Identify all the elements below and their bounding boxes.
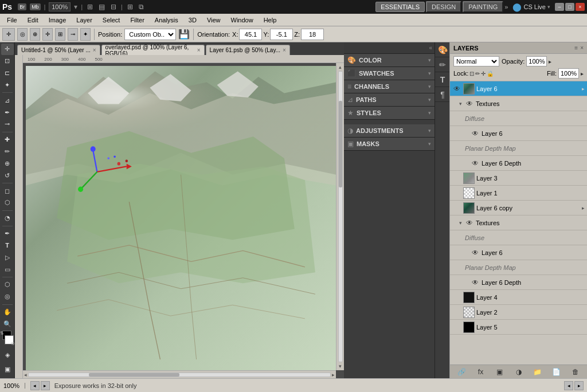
layer-item-planar1[interactable]: Planar Depth Map [450,141,587,156]
scroll-track-v[interactable] [338,71,343,362]
menu-window[interactable]: Window [226,15,258,25]
canvas-area[interactable]: ◂ ▸ ▴ ▾ [23,63,344,378]
layer6depth2-visibility[interactable]: 👁 [471,278,480,287]
options-tool-icon[interactable]: ✛ [2,28,15,41]
cs-live-label[interactable]: CS Live [523,3,546,10]
arrange-icon[interactable]: ⊞ [126,3,134,11]
tab-untitled-close[interactable]: × [93,47,96,53]
tool-pen[interactable]: ✒ [1,228,14,240]
tool-quickmask[interactable]: ◈ [1,349,14,360]
fill-arrow[interactable]: ▸ [581,70,584,77]
swatches-panel-arrow[interactable]: ▾ [428,70,431,76]
options-icon-4[interactable]: ✛ [42,28,53,41]
status-arrow-btn2[interactable]: ▸ [574,381,584,390]
opacity-arrow[interactable]: ▸ [549,58,551,65]
menu-select[interactable]: Select [98,15,125,25]
tool-3d-orbit[interactable]: ◎ [1,291,14,303]
menu-file[interactable]: File [2,15,22,25]
lock-transparent-icon[interactable]: ⊡ [469,70,474,77]
swap-colors[interactable]: ⇅ [0,331,4,336]
menu-layer[interactable]: Layer [72,15,97,25]
textures1-collapse[interactable]: ▾ [459,101,462,107]
minimize-button[interactable]: – [555,3,564,11]
layers-fx-btn[interactable]: fx [475,367,487,377]
layers-collapse[interactable]: × [580,45,584,51]
layer-item-layer4[interactable]: Layer 4 [450,290,587,305]
layers-menu-icon[interactable]: ≡ [574,45,578,51]
tool-3d-rotate[interactable]: ⬡ [1,279,14,291]
panel-swatches-header[interactable]: ⬛ SWATCHES ▾ [344,67,435,80]
fill-input[interactable] [558,68,579,79]
scrollbar-vertical[interactable]: ▴ ▾ [336,63,344,370]
tool-brush[interactable]: ✏ [1,146,14,158]
layer-item-layer6sub[interactable]: 👁 Layer 6 [450,126,587,141]
panel-color-header[interactable]: 🎨 COLOR ▾ [344,54,435,66]
panel-icon-type[interactable]: T [435,72,450,87]
status-arrow-btn[interactable]: ◂ [564,381,573,390]
workspace-design[interactable]: DESIGN [426,1,461,13]
view-icon-1[interactable]: ⊞ [86,3,94,11]
layer-item-diffuse2[interactable]: Diffuse [450,230,587,245]
workspace-more[interactable]: » [504,3,508,10]
opacity-input[interactable] [526,56,547,66]
cs-live-arrow[interactable]: ▾ [547,4,550,10]
layer6copy-scroll[interactable]: ▸ [582,205,585,211]
channels-panel-arrow[interactable]: ▾ [428,84,431,89]
scroll-thumb-h[interactable] [89,373,179,377]
options-icon-5[interactable]: ⊞ [55,28,65,41]
tool-history-brush[interactable]: ↺ [1,170,14,181]
options-icon-3[interactable]: ⊕ [30,28,40,41]
layer-item-layer6depth[interactable]: 👁 Layer 6 Depth [450,156,587,171]
y-input[interactable] [270,29,293,40]
scroll-thumb-v[interactable] [339,101,342,188]
arrange-icon-2[interactable]: ⧉ [138,3,145,11]
status-prev-btn[interactable]: ◂ [30,381,40,390]
layer-item-planar2[interactable]: Planar Depth Map [450,260,587,275]
x-input[interactable] [239,29,262,40]
menu-help[interactable]: Help [259,15,281,25]
layer-item-layer6sub2[interactable]: 👁 Layer 6 [450,245,587,260]
layer6sub2-visibility[interactable]: 👁 [471,248,480,257]
layer-item-layer6copy[interactable]: Layer 6 copy ▸ [450,201,587,215]
menu-edit[interactable]: Edit [23,15,43,25]
tool-text[interactable]: T [1,240,14,251]
tool-clone[interactable]: ⊕ [1,158,14,170]
layer-item-layer6[interactable]: 👁 Layer 6 ▸ [450,81,587,96]
layer-item-layer5[interactable]: Layer 5 [450,320,587,335]
menu-image[interactable]: Image [44,15,71,25]
tool-eraser[interactable]: ◻ [1,185,14,197]
bridge-icon[interactable]: Br [18,3,26,10]
lock-all-icon[interactable]: 🔒 [487,70,494,77]
view-icon-3[interactable]: ⊟ [109,3,118,11]
tool-zoom[interactable]: 🔍 [1,318,14,330]
layers-link-btn[interactable]: 🔗 [456,367,468,377]
tab-layer61[interactable]: Layer 61.psb @ 50% (Lay... × [206,45,290,55]
layer6sub-visibility[interactable]: 👁 [471,129,480,138]
options-icon-6[interactable]: ⊸ [68,28,78,41]
layer6depth-visibility[interactable]: 👁 [471,159,480,168]
adjustments-panel-arrow[interactable]: ▾ [428,128,431,134]
layer-item-layer1[interactable]: Layer 1 [450,186,587,201]
layer6-visibility[interactable]: 👁 [452,84,461,93]
layer6-scroll[interactable]: ▸ [582,86,585,92]
minibr-icon[interactable]: Mb [30,3,41,10]
layer-item-textures1[interactable]: ▾ 👁 Textures [450,96,587,111]
position-dropdown[interactable]: Custom Ob... [124,29,176,40]
menu-filter[interactable]: Filter [126,15,148,25]
tool-shape[interactable]: ▭ [1,264,14,275]
layers-delete-btn[interactable]: 🗑 [570,367,581,377]
layers-list[interactable]: 👁 Layer 6 ▸ ▾ 👁 Textures Diffuse 👁 [450,81,587,364]
default-colors[interactable]: ⊙ [11,341,15,346]
tab-overlayed-close[interactable]: × [197,47,201,53]
panel-icon-para[interactable]: ¶ [435,87,450,102]
layers-adjust-btn[interactable]: ◑ [513,367,525,377]
tool-crop[interactable]: ⊿ [1,95,14,106]
color-panel-arrow[interactable]: ▾ [428,57,431,63]
tool-lasso[interactable]: ⊏ [1,68,14,79]
tool-spot-heal[interactable]: ✚ [1,134,14,146]
scrollbar-horizontal[interactable]: ◂ ▸ [23,370,336,378]
panel-styles-header[interactable]: ★ STYLES ▾ [344,107,435,119]
view-icon-2[interactable]: ▤ [97,3,106,11]
menu-view[interactable]: View [202,15,225,25]
menu-3d[interactable]: 3D [184,15,201,25]
